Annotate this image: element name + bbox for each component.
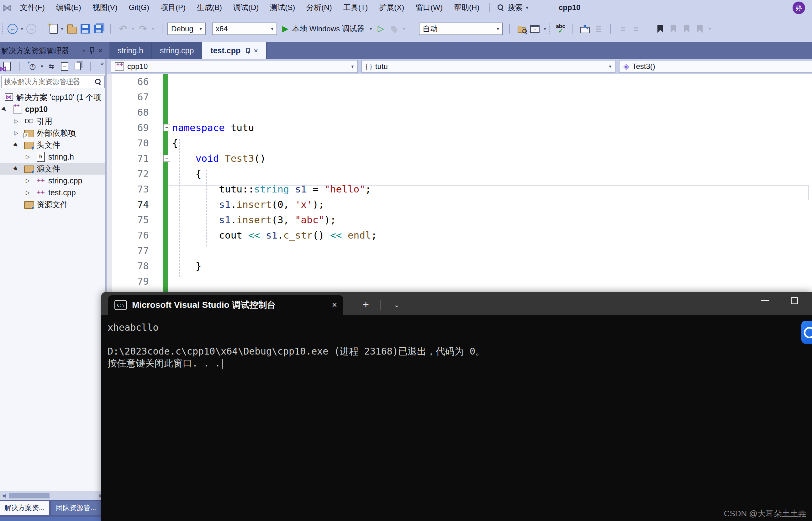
bookmarks-dropdown-icon[interactable]: ▾ (707, 26, 712, 32)
toolbar-grip[interactable] (2, 23, 3, 34)
previous-bookmark-icon[interactable] (671, 25, 676, 33)
undo-dropdown-icon[interactable]: ▾ (130, 26, 135, 32)
solution-configuration-select[interactable]: Debug ▾ (167, 23, 206, 35)
hot-reload-dropdown-icon[interactable]: ▾ (402, 26, 407, 32)
toolbar-grip[interactable] (549, 23, 550, 34)
back-dropdown-icon[interactable]: ▾ (19, 26, 24, 32)
project-dropdown[interactable]: cpp10 ▾ (111, 60, 358, 73)
watch-mode-select[interactable]: 自动 ▾ (419, 23, 503, 35)
terminal-title-bar[interactable]: C:\ Microsoft Visual Studio 调试控制台 × + ⌄ (101, 292, 812, 315)
avatar[interactable]: 婷 (793, 2, 805, 14)
tree-item[interactable]: 外部依赖项 (0, 127, 105, 139)
close-icon[interactable]: × (332, 300, 337, 310)
find-in-files-button[interactable] (516, 23, 527, 35)
code-line[interactable]: 78 − } (107, 258, 812, 273)
tree-item[interactable]: 源文件 (0, 163, 105, 175)
editor-tab[interactable]: test.cpp × (202, 42, 267, 59)
start-debugging-label[interactable]: 本地 Windows 调试器 (292, 24, 365, 34)
undo-button[interactable]: ↶ (117, 23, 129, 35)
solution-search-box[interactable] (1, 75, 105, 88)
start-without-debugging-button[interactable]: ▷ (375, 23, 387, 35)
code-line[interactable]: 74 − s1.insert(0, 'x'); (107, 197, 812, 212)
close-icon[interactable]: × (98, 46, 103, 55)
filter-dropdown-icon[interactable]: ▾ (41, 63, 43, 69)
menu-item[interactable]: 文件(F) (15, 0, 50, 15)
scrollbar-thumb[interactable] (9, 493, 49, 498)
member-dropdown[interactable]: ◈ Test3() (619, 60, 812, 73)
floating-tool-icon[interactable] (801, 321, 812, 344)
save-button[interactable] (81, 24, 90, 33)
terminal-tab[interactable]: C:\ Microsoft Visual Studio 调试控制台 × (108, 295, 343, 315)
switch-views-icon[interactable] (3, 62, 11, 71)
fold-indicator[interactable]: − (158, 155, 172, 162)
collapse-region-icon[interactable]: − (163, 155, 170, 162)
code-line[interactable]: 71 − void Test3() (107, 151, 812, 166)
code-line[interactable]: 67 − (107, 89, 812, 105)
tool-window-tab[interactable]: 解决方案资... (0, 501, 49, 515)
chevron-down-icon[interactable]: ▾ (526, 5, 528, 11)
tree-item[interactable]: string.h (0, 151, 105, 163)
menu-item[interactable]: 窗口(W) (410, 0, 448, 15)
fold-indicator[interactable]: − (158, 124, 172, 131)
expander-icon[interactable] (14, 130, 23, 136)
collapse-all-icon[interactable]: − (61, 62, 68, 71)
code-line[interactable]: 75 − s1.insert(3, "abc"); (107, 212, 812, 227)
menu-item[interactable]: 工具(T) (338, 0, 374, 15)
tree-item[interactable]: 资源文件 (0, 199, 105, 210)
solution-home-button[interactable]: ⌂ (530, 25, 540, 33)
tree-item[interactable]: string.cpp (0, 175, 105, 186)
editor-tab[interactable]: string.h × (109, 42, 152, 59)
close-icon[interactable]: × (254, 46, 258, 55)
toolbar-overflow-icon[interactable]: » (100, 60, 103, 67)
menu-item[interactable]: 分析(N) (301, 0, 337, 15)
menu-item[interactable]: 编辑(E) (50, 0, 87, 15)
navigate-back-button[interactable]: ← (7, 24, 18, 34)
decrease-indent-button[interactable]: ≡ (617, 23, 628, 35)
increase-indent-button[interactable]: ≡ (630, 23, 641, 35)
code-line[interactable]: 68 − (107, 105, 812, 120)
debug-target-dropdown-icon[interactable]: ▾ (368, 26, 374, 32)
panel-options-dropdown-icon[interactable]: ▾ (83, 48, 85, 53)
expander-icon[interactable] (2, 106, 11, 113)
code-editor[interactable]: 66 − 67 − 68 − 69 − namespace tutu 70 − … (107, 74, 812, 293)
scroll-left-icon[interactable]: ◀ (0, 493, 7, 498)
window-layout-dropdown-icon[interactable]: ▾ (542, 26, 547, 32)
horizontal-scrollbar[interactable]: ◀ ▶ (0, 491, 105, 500)
menu-item[interactable]: 扩展(X) (374, 0, 410, 15)
expander-icon[interactable] (14, 118, 23, 124)
tree-item[interactable]: 引用 (0, 115, 105, 127)
expander-icon[interactable] (14, 165, 23, 172)
code-line[interactable]: 70 − { (107, 135, 812, 151)
search-icon[interactable] (94, 78, 102, 86)
sync-with-active-document-icon[interactable]: ⇆ (46, 61, 57, 72)
menu-item[interactable]: Git(G) (123, 0, 155, 15)
hot-reload-icon[interactable] (390, 24, 399, 33)
scope-dropdown[interactable]: { } tutu ▾ (361, 60, 615, 73)
menu-item[interactable]: 帮助(H) (448, 0, 485, 15)
code-line[interactable]: 72 − { (107, 166, 812, 181)
editor-tab[interactable]: string.cpp × (152, 42, 202, 59)
spell-check-button[interactable]: abc✓ (555, 23, 566, 35)
tool-window-tab[interactable]: 团队资源管... (51, 501, 100, 515)
solution-platform-select[interactable]: x64 ▾ (212, 23, 277, 35)
select-to-box-icon[interactable] (580, 27, 590, 33)
code-line[interactable]: 66 − (107, 74, 812, 89)
redo-button[interactable]: ↷ (137, 23, 149, 35)
code-line[interactable]: 79 − (107, 273, 812, 289)
code-line[interactable]: 77 − (107, 243, 812, 258)
format-document-button[interactable]: ≣ (592, 23, 604, 35)
tree-item[interactable]: 头文件 (0, 139, 105, 151)
pin-icon[interactable] (246, 48, 249, 53)
new-tab-button[interactable]: + (359, 298, 373, 310)
solution-search-input[interactable] (4, 78, 94, 86)
menu-item[interactable]: 项目(P) (155, 0, 191, 15)
collapse-region-icon[interactable]: − (163, 124, 170, 131)
pin-icon[interactable] (89, 47, 94, 54)
start-debugging-icon[interactable]: ▶ (282, 24, 289, 33)
minimize-button[interactable] (761, 300, 769, 301)
expander-icon[interactable] (14, 142, 23, 148)
expander-icon[interactable] (26, 189, 35, 196)
new-file-button[interactable]: * (49, 24, 58, 34)
code-line[interactable]: 69 − namespace tutu (107, 120, 812, 135)
menu-item[interactable]: 生成(B) (191, 0, 228, 15)
